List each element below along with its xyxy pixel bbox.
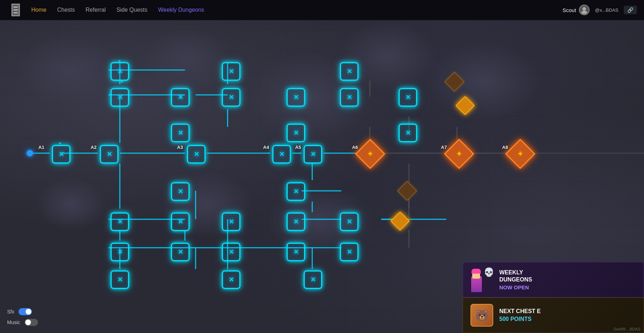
label-a3: A3: [177, 145, 183, 150]
node-a6-top[interactable]: [456, 97, 474, 114]
scout-button[interactable]: Scout: [563, 5, 590, 15]
chest-points: 500 POINTS: [499, 316, 637, 322]
weekly-title: WEEKLY DUNGEONS: [499, 269, 637, 283]
node-bot2-a55[interactable]: [338, 241, 361, 263]
node-top-mid-2[interactable]: [169, 86, 192, 109]
node-a4-top-top[interactable]: [338, 60, 361, 83]
label-a7: A7: [441, 145, 447, 150]
svg-point-5: [582, 7, 586, 11]
chest-title: NEXT CHEST E: [499, 308, 637, 315]
node-bot2-a5[interactable]: [284, 241, 307, 263]
node-midhigh-a7[interactable]: [396, 122, 419, 144]
weekly-text: WEEKLY DUNGEONS NOW OPEN: [499, 269, 637, 290]
node-a3[interactable]: [185, 143, 208, 166]
node-midhigh-a5[interactable]: [284, 122, 307, 144]
node-low-a5[interactable]: [302, 268, 324, 291]
nav-home[interactable]: Home: [31, 7, 47, 13]
node-a5-below[interactable]: [284, 180, 307, 203]
music-row: Music: [7, 319, 38, 326]
weekly-char-art: 💀: [469, 267, 494, 292]
node-a7-gold[interactable]: [391, 212, 409, 230]
navbar: Home Chests Referral Side Quests Weekly …: [0, 0, 644, 20]
node-midhigh-a3[interactable]: [169, 122, 192, 144]
chest-text: NEXT CHEST E 500 POINTS: [499, 308, 637, 322]
node-a4[interactable]: [270, 143, 293, 166]
music-toggle[interactable]: [25, 319, 38, 326]
sfx-row: Sfx: [7, 308, 38, 315]
label-a5: A5: [295, 145, 301, 150]
sfx-toggle[interactable]: [18, 308, 32, 315]
weekly-dungeons-panel[interactable]: 💀 WEEKLY DUNGEONS NOW OPEN: [463, 262, 644, 297]
node-low-a2[interactable]: [108, 268, 131, 291]
node-bot-a55[interactable]: [338, 210, 361, 233]
label-a8: A8: [502, 145, 508, 150]
start-dot: [27, 150, 33, 156]
node-bot-a3[interactable]: [169, 210, 192, 233]
scout-avatar: [579, 5, 590, 15]
node-a3-top-top[interactable]: [220, 60, 243, 83]
label-a4: A4: [263, 145, 269, 150]
wallet-button[interactable]: 🔗: [624, 6, 637, 14]
svg-rect-4: [14, 12, 18, 14]
node-a7[interactable]: [446, 141, 472, 167]
node-low-a3[interactable]: [220, 268, 243, 291]
bottom-panels: 💀 WEEKLY DUNGEONS NOW OPEN 🐻 NEXT CHEST …: [463, 262, 644, 333]
scout-label: Scout: [563, 7, 576, 13]
svg-rect-3: [14, 9, 18, 11]
node-a2-top-top[interactable]: [108, 60, 131, 83]
sfx-label: Sfx: [7, 309, 14, 315]
weekly-status: NOW OPEN: [499, 284, 637, 290]
nav-links: Home Chests Referral Side Quests Weekly …: [31, 7, 563, 13]
node-top-mid-3[interactable]: [220, 86, 243, 109]
node-a7-top[interactable]: [446, 73, 463, 91]
nav-side-quests[interactable]: Side Quests: [116, 7, 147, 13]
node-a5[interactable]: [302, 143, 324, 166]
node-a1[interactable]: [50, 143, 73, 166]
node-top-mid-4[interactable]: [284, 86, 307, 109]
node-a7-below-brown[interactable]: [398, 182, 416, 200]
node-bot-a5[interactable]: [284, 210, 307, 233]
logo[interactable]: [7, 1, 24, 18]
bear-chest-icon: 🐻: [470, 304, 493, 327]
node-a8[interactable]: [507, 141, 533, 167]
svg-rect-2: [14, 6, 18, 8]
node-top-mid-5[interactable]: [338, 86, 361, 109]
node-bot-a2[interactable]: [108, 210, 131, 233]
wallet-address: 0xe0f9....BDAS: [614, 327, 640, 331]
node-top-mid-6[interactable]: [396, 86, 419, 109]
node-bot2-a3[interactable]: [169, 241, 192, 263]
nav-right: Scout @x...BDAS 🔗: [563, 5, 637, 15]
sfx-toggle-knob: [26, 309, 31, 315]
node-a6[interactable]: [357, 141, 383, 167]
label-a2: A2: [91, 145, 97, 150]
bottom-controls: Sfx Music: [7, 308, 38, 326]
node-a2[interactable]: [98, 143, 121, 166]
music-label: Music: [7, 319, 20, 325]
label-a6: A6: [352, 145, 358, 150]
music-toggle-knob: [25, 319, 31, 325]
node-top-mid-1[interactable]: [108, 86, 131, 109]
nav-chests[interactable]: Chests: [57, 7, 75, 13]
nav-referral[interactable]: Referral: [85, 7, 106, 13]
svg-point-6: [581, 11, 587, 14]
nav-weekly-dungeons[interactable]: Weekly Dungeons: [158, 7, 204, 13]
node-a3-below[interactable]: [169, 180, 192, 203]
chest-icon: 🐻: [469, 303, 494, 328]
user-address: @x...BDAS: [595, 7, 618, 13]
node-bot2-a2[interactable]: [108, 241, 131, 263]
label-a1: A1: [38, 145, 44, 150]
node-bot2-a35[interactable]: [220, 241, 243, 263]
node-bot-a4[interactable]: [220, 210, 243, 233]
